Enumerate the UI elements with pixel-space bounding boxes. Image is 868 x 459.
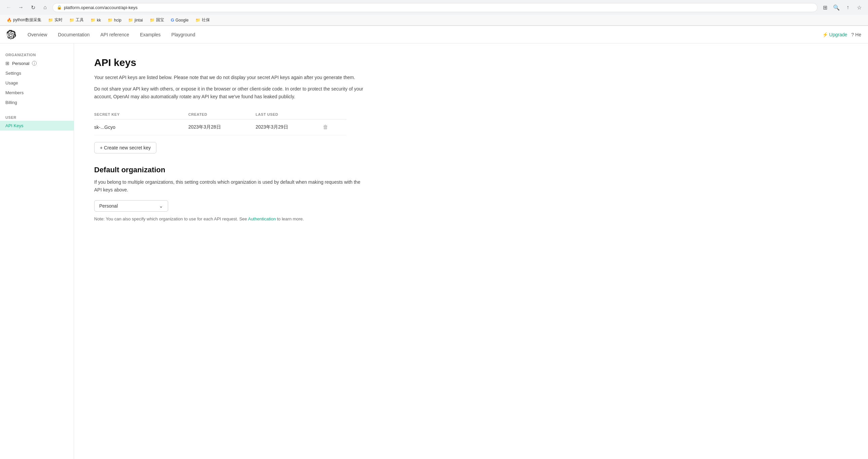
cell-delete[interactable]: 🗑 xyxy=(323,124,343,130)
bookmark-label: Google xyxy=(176,18,189,23)
nav-links: Overview Documentation API reference Exa… xyxy=(23,29,200,40)
bookmark-gongju[interactable]: 📁 工具 xyxy=(67,16,87,24)
bookmark-label: 国宝 xyxy=(156,17,164,23)
google-icon: G xyxy=(171,18,174,23)
nav-documentation[interactable]: Documentation xyxy=(53,29,94,40)
openai-logo xyxy=(7,30,16,39)
forward-button[interactable]: → xyxy=(16,3,26,12)
settings-label: Settings xyxy=(5,71,21,76)
sidebar: ORGANIZATION ⊞ Personal i Settings Usage… xyxy=(0,44,74,459)
usage-label: Usage xyxy=(5,80,18,85)
billing-label: Billing xyxy=(5,100,17,105)
delete-icon[interactable]: 🗑 xyxy=(323,124,328,130)
url-text: platform.openai.com/account/api-keys xyxy=(64,5,137,10)
top-nav: Overview Documentation API reference Exa… xyxy=(0,26,868,44)
browser-right-icons: ⊞ 🔍 ↑ ☆ xyxy=(820,3,864,12)
help-button[interactable]: ? He xyxy=(851,32,861,37)
org-dropdown[interactable]: Personal ⌄ xyxy=(94,200,168,212)
browser-toolbar: ← → ↻ ⌂ 🔒 platform.openai.com/account/ap… xyxy=(0,0,868,15)
folder-icon: 📁 xyxy=(48,18,53,23)
bookmark-label: 社保 xyxy=(202,17,210,23)
bookmark-button[interactable]: ☆ xyxy=(855,3,864,12)
note-suffix: to learn more. xyxy=(277,217,304,222)
col-last-used: LAST USED xyxy=(256,112,323,116)
bookmark-google[interactable]: G Google xyxy=(168,17,191,24)
table-row: sk-...Gcyo 2023年3月28日 2023年3月29日 🗑 xyxy=(94,119,346,135)
fire-icon: 🔥 xyxy=(7,18,12,23)
bookmark-guobao[interactable]: 📁 国宝 xyxy=(147,16,167,24)
org-icon: ⊞ xyxy=(5,61,9,66)
sidebar-item-members[interactable]: Members xyxy=(0,88,74,97)
folder-icon: 📁 xyxy=(195,18,200,23)
col-secret-key: SECRET KEY xyxy=(94,112,188,116)
nav-examples[interactable]: Examples xyxy=(135,29,165,40)
api-table: SECRET KEY CREATED LAST USED sk-...Gcyo … xyxy=(94,110,346,135)
upgrade-label: Upgrade xyxy=(829,32,847,37)
refresh-button[interactable]: ↻ xyxy=(28,3,38,12)
bookmark-python[interactable]: 🔥 python数据采集 xyxy=(4,16,44,24)
browser-chrome: ← → ↻ ⌂ 🔒 platform.openai.com/account/ap… xyxy=(0,0,868,26)
page-desc-2: Do not share your API key with others, o… xyxy=(94,85,363,100)
bookmark-label: kk xyxy=(97,18,101,23)
default-org-title: Default organization xyxy=(94,166,848,174)
folder-icon: 📁 xyxy=(128,18,133,23)
share-button[interactable]: ↑ xyxy=(843,3,852,12)
app-container: Overview Documentation API reference Exa… xyxy=(0,26,868,459)
sidebar-org[interactable]: ⊞ Personal i xyxy=(0,58,74,68)
upgrade-button[interactable]: ⚡ Upgrade xyxy=(822,32,847,37)
bookmark-shebao[interactable]: 📁 社保 xyxy=(193,16,213,24)
content-layout: ORGANIZATION ⊞ Personal i Settings Usage… xyxy=(0,44,868,459)
sidebar-item-usage[interactable]: Usage xyxy=(0,78,74,88)
members-label: Members xyxy=(5,90,24,95)
api-keys-label: API Keys xyxy=(5,123,23,128)
org-name: Personal xyxy=(12,61,29,66)
note-text: Note: You can also specify which organiz… xyxy=(94,217,363,222)
table-header: SECRET KEY CREATED LAST USED xyxy=(94,110,346,119)
help-circle-icon: ? xyxy=(851,32,854,37)
col-actions xyxy=(323,112,343,116)
home-button[interactable]: ⌂ xyxy=(40,3,50,12)
info-icon: i xyxy=(32,61,37,66)
sidebar-item-billing[interactable]: Billing xyxy=(0,97,74,107)
search-button[interactable]: 🔍 xyxy=(832,3,841,12)
sidebar-item-api-keys[interactable]: API Keys xyxy=(0,121,74,131)
cell-last-used: 2023年3月29日 xyxy=(256,124,323,130)
address-bar[interactable]: 🔒 platform.openai.com/account/api-keys xyxy=(53,3,817,12)
bookmark-label: 实时 xyxy=(55,17,63,23)
main-content: API keys Your secret API keys are listed… xyxy=(74,44,868,459)
bookmark-kk[interactable]: 📁 kk xyxy=(88,17,103,24)
help-label: He xyxy=(855,32,861,37)
page-desc-1: Your secret API keys are listed below. P… xyxy=(94,74,363,81)
create-key-button[interactable]: + Create new secret key xyxy=(94,142,156,153)
translate-button[interactable]: ⊞ xyxy=(820,3,830,12)
cell-created: 2023年3月28日 xyxy=(188,124,256,130)
col-created: CREATED xyxy=(188,112,256,116)
folder-icon: 📁 xyxy=(107,18,113,23)
note-prefix: Note: You can also specify which organiz… xyxy=(94,217,247,222)
nav-overview[interactable]: Overview xyxy=(23,29,52,40)
folder-icon: 📁 xyxy=(69,18,74,23)
page-title: API keys xyxy=(94,57,848,68)
lock-icon: 🔒 xyxy=(57,5,62,10)
lightning-icon: ⚡ xyxy=(822,32,828,37)
bookmark-label: python数据采集 xyxy=(13,17,41,23)
bookmarks-bar: 🔥 python数据采集 📁 实时 📁 工具 📁 kk 📁 hcip 📁 jin… xyxy=(0,15,868,26)
org-section-title: ORGANIZATION xyxy=(0,50,74,58)
nav-api-reference[interactable]: API reference xyxy=(96,29,134,40)
nav-right: ⚡ Upgrade ? He xyxy=(822,32,861,37)
sidebar-item-settings[interactable]: Settings xyxy=(0,68,74,78)
chevron-down-icon: ⌄ xyxy=(159,203,163,209)
folder-icon: 📁 xyxy=(150,18,155,23)
dropdown-value: Personal xyxy=(99,203,118,209)
user-section-title: USER xyxy=(0,113,74,121)
nav-playground[interactable]: Playground xyxy=(167,29,200,40)
bookmark-shishi[interactable]: 📁 实时 xyxy=(45,16,65,24)
bookmark-label: hcip xyxy=(114,18,121,23)
folder-icon: 📁 xyxy=(90,18,95,23)
back-button[interactable]: ← xyxy=(4,3,13,12)
bookmark-jintai[interactable]: 📁 jintai xyxy=(125,17,146,24)
cell-key: sk-...Gcyo xyxy=(94,124,188,130)
authentication-link[interactable]: Authentication xyxy=(248,217,275,222)
bookmark-hcip[interactable]: 📁 hcip xyxy=(105,17,124,24)
bookmark-label: jintai xyxy=(134,18,143,23)
